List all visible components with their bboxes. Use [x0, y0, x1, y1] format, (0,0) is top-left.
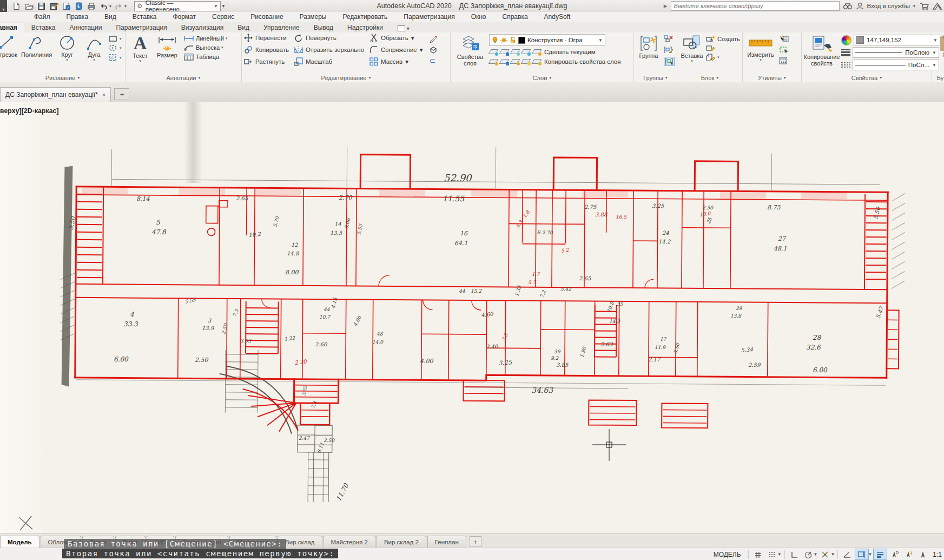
- edit-pencil-icon[interactable]: [429, 35, 438, 43]
- array-button[interactable]: Массив▾: [369, 57, 423, 66]
- search-binoculars-icon[interactable]: [843, 2, 853, 10]
- save-to-mobile-icon[interactable]: [74, 1, 84, 11]
- layer-freeze-tool[interactable]: [511, 48, 520, 56]
- new-layout-button[interactable]: +: [470, 536, 481, 547]
- app-menu-button[interactable]: ▾: [0, 0, 7, 12]
- block-attributes-button[interactable]: ▾: [706, 54, 740, 61]
- osnap-dropdown-icon[interactable]: ▼: [830, 552, 835, 557]
- command-prompt-line[interactable]: Вторая точка или <считать смещением перв…: [62, 549, 338, 558]
- menu-andysoft[interactable]: AndySoft: [536, 13, 579, 21]
- grid-toggle-icon[interactable]: [751, 549, 764, 559]
- mirror-button[interactable]: Отразить зеркально: [294, 45, 364, 54]
- annotation-autoscale-icon[interactable]: [902, 549, 915, 559]
- arc-button[interactable]: Дуга▾: [81, 34, 107, 62]
- ellipse-button[interactable]: ▾: [108, 44, 122, 51]
- stretch-button[interactable]: Растянуть: [244, 57, 289, 66]
- annotation-scale-value[interactable]: 1:1: [933, 551, 942, 558]
- rectangle-button[interactable]: ▾: [108, 35, 122, 42]
- copy-button[interactable]: Копировать: [244, 45, 289, 54]
- make-current-button[interactable]: Сделать текущим: [544, 49, 596, 55]
- close-icon[interactable]: ×: [102, 91, 105, 98]
- annotation-scale-icon[interactable]: [916, 549, 929, 559]
- layout-tab-model[interactable]: Модель: [0, 536, 39, 548]
- layer-match-icon[interactable]: [532, 57, 542, 65]
- explode-icon[interactable]: [429, 46, 438, 54]
- layer-make-current-icon[interactable]: [532, 48, 542, 56]
- menu-modify[interactable]: Редактировать: [334, 13, 395, 21]
- scale-button[interactable]: Масштаб: [294, 57, 364, 66]
- ribbon-tab-view[interactable]: Вид: [230, 23, 256, 32]
- file-tab-active[interactable]: ДС Запоріжжя_план евакуації* ×: [0, 87, 111, 102]
- panel-label-utilities[interactable]: Утилиты▾: [743, 73, 801, 82]
- paste-button[interactable]: Вс: [934, 34, 944, 58]
- select-similar-button[interactable]: [779, 46, 789, 54]
- undo-icon[interactable]: [98, 1, 109, 11]
- app-store-cart-icon[interactable]: [920, 2, 929, 10]
- layer-unlock-icon[interactable]: [510, 37, 516, 44]
- polar-tracking-icon[interactable]: [802, 549, 815, 559]
- ribbon-tab-home[interactable]: Главная: [0, 23, 24, 32]
- search-input[interactable]: [671, 1, 840, 11]
- dynamic-input-toggle[interactable]: [855, 549, 869, 560]
- ribbon-minimize-button[interactable]: ▾: [398, 25, 410, 32]
- redo-dropdown-icon[interactable]: ▾: [124, 4, 127, 9]
- panel-label-annotation[interactable]: Аннотации▾: [126, 73, 241, 82]
- layer-freeze-sun-icon[interactable]: [500, 37, 507, 44]
- undo-dropdown-icon[interactable]: ▾: [109, 4, 111, 9]
- ribbon-tab-annotate[interactable]: Аннотации: [62, 23, 109, 32]
- ortho-toggle-icon[interactable]: [788, 549, 801, 559]
- lineweight-select[interactable]: ПоСлою▼: [853, 47, 939, 58]
- plot-icon[interactable]: [86, 1, 96, 11]
- quick-select-button[interactable]: [779, 35, 789, 43]
- move-button[interactable]: Перенести: [244, 34, 289, 42]
- panel-label-groups[interactable]: Группы▾: [634, 73, 677, 82]
- layer-unlock-tool[interactable]: [521, 57, 531, 65]
- layer-dropdown[interactable]: Конструктив - Огра ▼: [489, 34, 605, 46]
- trim-button[interactable]: Обрезать▾: [369, 34, 423, 42]
- menu-insert[interactable]: Вставка: [124, 13, 165, 21]
- ribbon-tab-manage[interactable]: Управление: [256, 23, 307, 32]
- linear-dimension-button[interactable]: Линейный▾: [183, 35, 227, 42]
- menu-edit[interactable]: Правка: [58, 13, 97, 21]
- snap-toggle-icon[interactable]: [765, 549, 778, 559]
- layer-properties-button[interactable]: Свойства слоя: [452, 34, 488, 67]
- panel-label-draw[interactable]: Рисование▾: [0, 73, 125, 82]
- ungroup-button[interactable]: [664, 35, 675, 43]
- panel-label-properties[interactable]: Свойства▾: [802, 73, 932, 82]
- layout-tab-10[interactable]: Генплан: [427, 536, 466, 548]
- layout-tab-8[interactable]: Майстерня 2: [324, 536, 375, 548]
- text-button[interactable]: A Текст▾: [127, 34, 153, 63]
- model-space-button[interactable]: МОДЕЛЬ: [714, 551, 741, 558]
- menu-parametric[interactable]: Параметризация: [395, 13, 463, 21]
- save-as-icon[interactable]: [49, 1, 59, 11]
- layer-color-swatch[interactable]: [518, 37, 525, 44]
- qat-customize-icon[interactable]: ▼: [221, 4, 226, 9]
- create-block-button[interactable]: Создать: [706, 35, 740, 42]
- save-icon[interactable]: [36, 1, 47, 11]
- match-properties-button[interactable]: Копирование свойств: [803, 34, 840, 67]
- menu-tools[interactable]: Сервис: [204, 13, 242, 21]
- quick-calculator-button[interactable]: [779, 57, 789, 64]
- panel-label-layers[interactable]: Слои▾: [451, 73, 633, 82]
- viewport-controls-label[interactable]: верху][2D-каркас]: [0, 107, 59, 115]
- layer-lock-tool[interactable]: [521, 48, 531, 56]
- ribbon-tab-output[interactable]: Вывод: [307, 23, 340, 32]
- dimension-button[interactable]: Размер: [154, 34, 180, 59]
- annotation-visibility-icon[interactable]: [888, 549, 901, 559]
- new-file-icon[interactable]: [11, 1, 22, 11]
- workspace-switcher[interactable]: ⚙ Classic — перенесено... ▼: [134, 1, 221, 11]
- panel-label-block[interactable]: Блок▾: [677, 73, 742, 82]
- redo-icon[interactable]: [114, 1, 124, 11]
- snap-dropdown-icon[interactable]: ▼: [777, 552, 782, 557]
- angle-snap-icon[interactable]: [841, 549, 854, 559]
- ribbon-tab-parametric[interactable]: Параметризация: [109, 23, 174, 32]
- layer-isolate-tool[interactable]: [500, 48, 509, 56]
- hatch-button[interactable]: ▾: [108, 54, 122, 62]
- group-selection-toggle[interactable]: [664, 57, 675, 66]
- open-from-web-icon[interactable]: [61, 1, 71, 11]
- layer-thaw-tool[interactable]: [511, 57, 520, 65]
- menu-draw[interactable]: Рисование: [242, 13, 291, 21]
- ribbon-tab-insert[interactable]: Вставка: [24, 23, 63, 32]
- measure-button[interactable]: Измерить▾: [744, 34, 777, 62]
- insert-block-button[interactable]: Вставка▾: [679, 34, 705, 63]
